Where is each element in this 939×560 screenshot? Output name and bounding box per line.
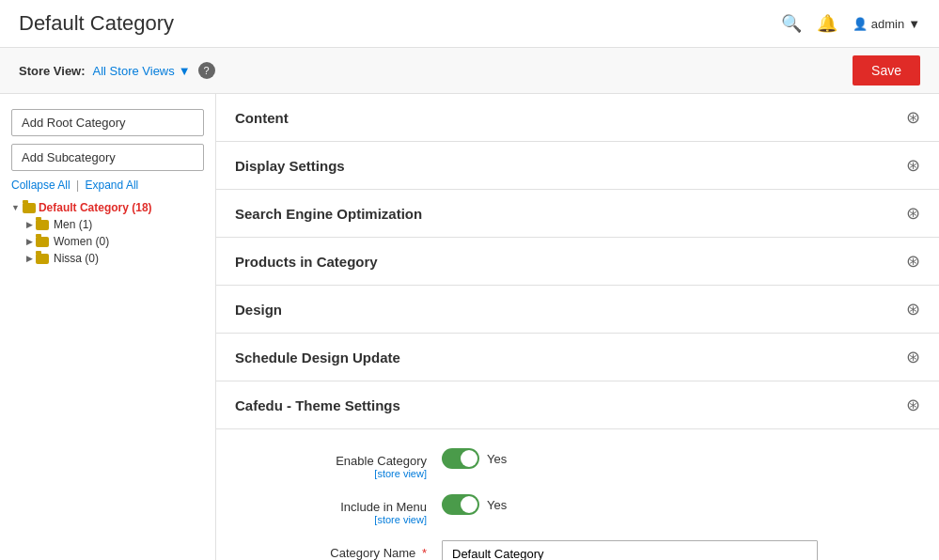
enable-category-sub-label: [store view] [254,468,427,479]
bell-icon[interactable]: 🔔 [817,13,837,34]
tree-item-default-category[interactable]: ▼ Default Category (18) [11,199,204,216]
include-in-menu-sub-label: [store view] [254,514,427,525]
accordion-title-products: Products in Category [235,254,378,270]
accordion-title-schedule: Schedule Design Update [235,350,400,366]
add-subcategory-button[interactable]: Add Subcategory [11,144,204,171]
accordion-chevron-seo: ⊛ [906,203,920,224]
folder-icon-nissa [36,254,49,264]
accordion-title-content: Content [235,110,289,126]
admin-user-menu[interactable]: 👤 admin ▼ [853,17,920,31]
accordion-title-display: Display Settings [235,158,345,174]
category-name-input[interactable] [442,540,818,560]
page-title: Default Category [19,11,174,36]
accordion-section-schedule: Schedule Design Update ⊛ [216,334,939,381]
tree-arrow-icon: ▼ [11,203,20,212]
accordion-section-seo: Search Engine Optimization ⊛ [216,190,939,238]
tree-item-men[interactable]: ▶ Men (1) [26,216,204,233]
expand-all-link[interactable]: Expand All [86,179,139,192]
accordion-chevron-content: ⊛ [906,107,920,128]
save-button[interactable]: Save [853,55,920,86]
collapse-all-link[interactable]: Collapse All [11,179,70,192]
tree-item-nissa[interactable]: ▶ Nissa (0) [26,250,204,267]
header-icons: 🔍 🔔 👤 admin ▼ [781,13,920,34]
accordion-header-theme[interactable]: Cafedu - Theme Settings ⊛ [216,381,939,428]
tree-item-women-label: Women (0) [54,235,109,248]
page-header: Default Category 🔍 🔔 👤 admin ▼ [0,0,939,48]
accordion-chevron-schedule: ⊛ [906,347,920,367]
accordion-header-design[interactable]: Design ⊛ [216,286,939,333]
add-root-category-button[interactable]: Add Root Category [11,109,204,136]
store-view-select[interactable]: All Store Views ▼ [93,64,191,78]
form-row-enable-category: Enable Category [store view] Yes [254,448,901,479]
tree-expand-icon-women: ▶ [26,237,33,246]
accordion-title-theme: Cafedu - Theme Settings [235,397,400,413]
accordion-section-display: Display Settings ⊛ [216,142,939,190]
form-section: Enable Category [store view] Yes Include… [216,429,939,560]
tree-controls: Collapse All | Expand All [11,179,204,192]
include-in-menu-toggle[interactable] [442,494,479,515]
toolbar-left: Store View: All Store Views ▼ ? [19,62,215,79]
accordion-header-seo[interactable]: Search Engine Optimization ⊛ [216,190,939,237]
accordion-header-schedule[interactable]: Schedule Design Update ⊛ [216,334,939,381]
enable-category-value: Yes [487,452,507,466]
accordion-chevron-display: ⊛ [906,155,920,176]
include-in-menu-label: Include in Menu [store view] [254,494,442,525]
enable-category-label: Enable Category [store view] [254,448,442,479]
admin-dropdown-icon: ▼ [908,17,920,31]
accordion-title-seo: Search Engine Optimization [235,206,422,222]
accordion-header-content[interactable]: Content ⊛ [216,94,939,141]
toolbar: Store View: All Store Views ▼ ? Save [0,48,939,94]
sidebar: Add Root Category Add Subcategory Collap… [0,94,216,560]
include-in-menu-toggle-wrap: Yes [442,494,507,515]
accordion-section-theme: Cafedu - Theme Settings ⊛ [216,381,939,429]
enable-category-toggle-wrap: Yes [442,448,507,469]
tree-expand-icon: ▶ [26,220,33,229]
accordion-header-display[interactable]: Display Settings ⊛ [216,142,939,189]
store-view-value: All Store Views [93,64,175,78]
tree-controls-separator: | [76,179,79,192]
accordion-chevron-theme: ⊛ [906,395,920,415]
folder-icon-men [36,220,49,230]
user-icon: 👤 [853,17,868,31]
accordion-section-design: Design ⊛ [216,286,939,334]
help-icon[interactable]: ? [198,62,215,79]
folder-icon-women [36,237,49,247]
search-icon[interactable]: 🔍 [781,13,802,34]
accordion-chevron-products: ⊛ [906,251,920,272]
form-row-include-in-menu: Include in Menu [store view] Yes [254,494,901,525]
accordion-chevron-design: ⊛ [906,299,920,319]
tree-expand-icon-nissa: ▶ [26,254,33,263]
store-view-dropdown-icon: ▼ [179,64,191,78]
store-view-label: Store View: [19,64,86,78]
enable-category-toggle[interactable] [442,448,479,469]
admin-label: admin [871,17,904,31]
tree-item-nissa-label: Nissa (0) [54,252,99,265]
tree-item-men-label: Men (1) [54,218,92,231]
tree-item-women[interactable]: ▶ Women (0) [26,233,204,250]
required-asterisk: * [422,546,427,560]
content-area: Content ⊛ Display Settings ⊛ Search Engi… [216,94,939,560]
tree-item-label: Default Category (18) [39,201,152,214]
accordion-section-content: Content ⊛ [216,94,939,142]
tree-children: ▶ Men (1) ▶ Women (0) ▶ Nissa (0) [11,216,204,267]
accordion-section-products: Products in Category ⊛ [216,238,939,286]
include-in-menu-value: Yes [487,498,507,512]
accordion-title-design: Design [235,302,282,318]
folder-outer-icon [23,203,36,213]
accordion-header-products[interactable]: Products in Category ⊛ [216,238,939,285]
main-content: Add Root Category Add Subcategory Collap… [0,94,939,560]
category-name-label: Category Name * [store view] [254,540,442,560]
form-row-category-name: Category Name * [store view] [254,540,901,560]
